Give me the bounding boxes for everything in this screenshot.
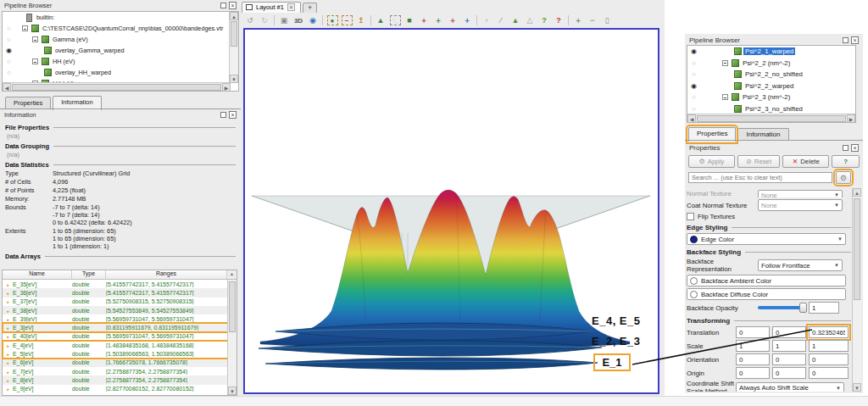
edge-color-select[interactable]: Edge Color▼ [687,233,846,245]
table-row[interactable]: E_40[eV]double[5.56959731047, 5.56959731… [3,332,228,341]
tab-information[interactable]: Information [737,128,788,141]
pipeline-item-gamma[interactable]: Gamma (eV) [3,34,238,45]
zoom-to-box-icon[interactable]: ⋱ [388,14,402,27]
translation-z-input[interactable] [809,326,849,338]
rotate-camera-icon[interactable]: ▫ [480,14,493,27]
pipeline-item-psi23[interactable]: Psi^2_3 (nm^-2) [687,92,855,103]
undo-camera-icon[interactable]: ↺ [243,14,257,27]
reset-center-icon[interactable]: ↥ [354,14,368,27]
ruler-icon[interactable]: ∕ [494,14,508,27]
scale-x-input[interactable] [736,340,770,352]
toggle-2d3d-icon[interactable]: 3D [292,14,305,27]
scroll-left-icon[interactable]: ◀ [687,114,696,123]
scroll-up-icon[interactable]: ▲ [230,12,238,20]
scroll-up-icon[interactable]: ▲ [853,188,861,197]
backface-representation-select[interactable]: Follow Frontface▼ [758,259,843,271]
table-row[interactable]: E_37[eV]double[5.52750908315, 5.52750908… [3,298,228,306]
table-row[interactable]: E_38[eV]double[5.54527553849, 5.54527553… [3,306,228,314]
new-layout-tab[interactable]: + [303,3,317,13]
translation-y-input[interactable] [772,326,806,338]
close-panel-icon[interactable]: × [229,2,236,9]
tree-horizontal-scrollbar[interactable]: ◀ ▶ [3,82,231,91]
table-vertical-scrollbar[interactable]: ▼ [227,280,236,395]
delete-view-trash-icon[interactable]: ▯ [600,14,614,27]
origin-z-input[interactable] [809,367,849,379]
origin-x-input[interactable] [736,367,770,379]
pipeline-item-overlay-gamma-warped[interactable]: overlay_Gamma_warped [3,45,238,56]
reset-button[interactable]: ⊘ Reset [737,155,780,168]
tab-properties[interactable]: Properties [5,97,51,109]
pipeline-item-psi22-warped[interactable]: Psi^2_2_warped [687,81,855,92]
scroll-right-icon[interactable]: ▶ [847,114,855,123]
float-panel-icon[interactable] [220,112,226,118]
collapse-expander-icon[interactable] [722,60,728,66]
scale-z-input[interactable] [809,340,849,352]
pick-center-icon[interactable]: ▲ [374,14,387,27]
scroll-down-icon[interactable]: ▼ [230,75,238,83]
probe-triangle-icon[interactable]: ▲ [509,14,522,27]
translation-x-input[interactable] [736,326,770,338]
float-panel-icon[interactable] [220,3,226,8]
set-view-minus-y-icon[interactable]: ＋ [460,14,474,27]
collapse-expander-icon[interactable] [32,36,38,42]
table-row[interactable]: E_35[eV]double[5.41557742317, 5.41557742… [3,280,228,288]
visibility-eye-icon[interactable] [3,58,15,65]
add-view-icon[interactable]: ＋ [571,14,585,27]
slider-knob[interactable] [799,303,807,313]
apply-button[interactable]: ⚙ Apply [688,155,735,168]
zoom-to-data-icon[interactable]: ◉ [306,14,320,27]
opacity-slider[interactable] [758,306,805,309]
table-row-highlighted[interactable]: E_5[eV]double[1.50389066563, 1.503890665… [3,349,228,358]
normal-texture-select[interactable]: None▼ [758,190,843,197]
backface-diffuse-color-button[interactable]: Backface Diffuse Color [687,288,846,300]
table-row-highlighted[interactable]: E_4[eV]double[1.48384835168, 1.483848351… [3,341,228,349]
scroll-down-icon[interactable]: ▼ [853,383,861,392]
orientation-z-input[interactable] [809,353,849,365]
pipeline-item-builtin[interactable]: builtin: [3,12,238,23]
collapse-expander-icon[interactable] [22,25,28,31]
visibility-eye-icon[interactable] [3,36,15,43]
properties-vertical-scrollbar[interactable]: ▲ ▼ [852,188,861,392]
visibility-eye-icon[interactable] [3,25,15,32]
flip-textures-checkbox[interactable] [687,213,694,220]
show-center-icon[interactable]: ● [326,14,339,27]
visibility-eye-icon[interactable] [687,47,700,55]
visibility-eye-icon[interactable] [687,105,700,113]
collapse-expander-icon[interactable] [722,94,728,100]
orientation-x-input[interactable] [736,353,770,365]
pipeline-item-psi23-no-shifted[interactable]: Psi^2_3_no_shifted [687,103,855,115]
pipeline-item-overlay-hh-warped[interactable]: overlay_HH_warped [3,67,238,78]
pipeline-item-psi21-warped[interactable]: Psi^2_1_warped [687,46,855,58]
delete-button[interactable]: ✕ Delete [782,155,829,168]
close-panel-icon[interactable]: × [851,36,859,44]
column-name[interactable]: Name [3,270,72,279]
visibility-eye-icon[interactable] [687,59,700,67]
pipeline-item-bandedges[interactable]: C:\TESTCASE\2DQuantumCorral_nnp\bias_000… [3,23,238,34]
coordinate-shift-select[interactable]: Always Auto Shift Scale▼ [736,382,844,392]
table-row-highlighted[interactable]: E_3[eV]double[0.831195911679, 0.83119591… [3,323,228,331]
close-layout-icon[interactable]: × [287,3,295,11]
set-view-plus-x-icon[interactable]: ＋ [417,14,431,27]
remove-view-icon[interactable]: − [586,14,599,27]
tree-vertical-scrollbar[interactable]: ▲ ▼ [229,12,238,83]
visibility-eye-icon[interactable] [687,70,700,78]
visibility-eye-icon[interactable] [3,47,15,54]
hover-points-icon[interactable]: △ [523,14,537,27]
opacity-input[interactable] [809,302,839,314]
reset-camera-icon[interactable]: ■ [403,14,416,27]
visibility-eye-icon[interactable] [687,82,700,90]
visibility-eye-icon[interactable] [687,93,700,101]
selection-help-icon[interactable]: ? [537,14,551,27]
table-row[interactable]: E_8[eV]double[2.2758877354, 2.2758877354… [3,375,228,384]
layout-tab[interactable]: Layout #1 × [242,2,301,13]
float-panel-icon[interactable] [843,145,849,151]
table-row[interactable]: E_39[eV]double[5.56959731047, 5.56959731… [3,314,228,323]
table-row[interactable]: E_6[eV]double[1.7666735078, 1.7666735078… [3,359,228,367]
table-row[interactable]: E_7[eV]double[2.2758877354, 2.2758877354… [3,367,228,375]
orientation-y-input[interactable] [772,353,806,365]
scale-y-input[interactable] [772,340,806,352]
pipeline-item-psi22-no-shifted[interactable]: Psi^2_2_no_shifted [687,69,855,81]
collapse-expander-icon[interactable] [32,58,38,64]
tree-horizontal-scrollbar[interactable]: ◀ ▶ [687,114,855,122]
point-help-icon[interactable]: ? [552,14,565,27]
